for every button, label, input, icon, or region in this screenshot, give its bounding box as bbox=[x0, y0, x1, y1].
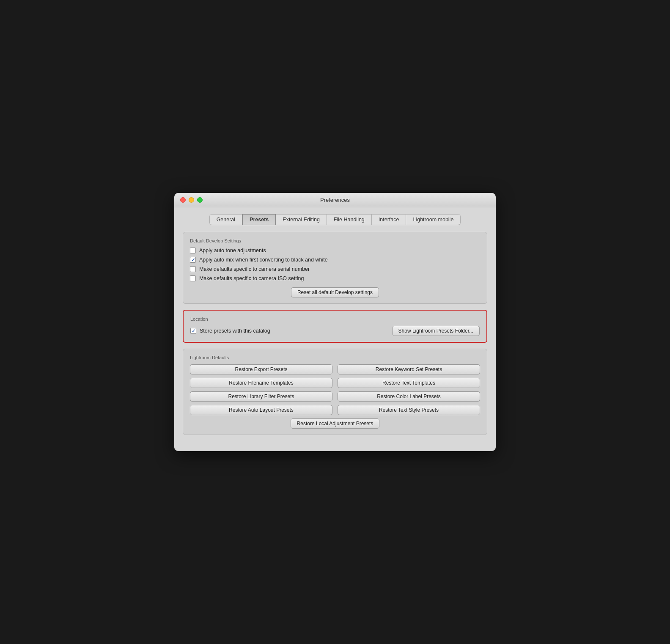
lightroom-defaults-section: Lightroom Defaults Restore Export Preset… bbox=[183, 349, 487, 435]
reset-develop-settings-button[interactable]: Reset all default Develop settings bbox=[291, 287, 379, 297]
auto-mix-checkbox[interactable] bbox=[190, 257, 196, 263]
tab-bar: General Presets External Editing File Ha… bbox=[183, 214, 487, 225]
camera-iso-label: Make defaults specific to camera ISO set… bbox=[199, 275, 304, 281]
preferences-window: Preferences General Presets External Edi… bbox=[174, 193, 496, 451]
restore-text-style-presets-button[interactable]: Restore Text Style Presets bbox=[338, 405, 480, 415]
reset-row: Reset all default Develop settings bbox=[190, 287, 480, 297]
store-presets-left: Store presets with this catalog bbox=[190, 328, 270, 334]
restore-library-filter-presets-button[interactable]: Restore Library Filter Presets bbox=[190, 391, 332, 402]
auto-tone-row: Apply auto tone adjustments bbox=[190, 248, 480, 253]
restore-text-templates-button[interactable]: Restore Text Templates bbox=[338, 378, 480, 388]
tab-lightroom-mobile[interactable]: Lightroom mobile bbox=[406, 214, 461, 225]
restore-export-presets-button[interactable]: Restore Export Presets bbox=[190, 364, 332, 374]
camera-serial-row: Make defaults specific to camera serial … bbox=[190, 266, 480, 272]
defaults-center-row: Restore Local Adjustment Presets bbox=[190, 418, 480, 429]
traffic-lights bbox=[180, 197, 203, 203]
auto-mix-label: Apply auto mix when first converting to … bbox=[199, 257, 328, 263]
default-develop-settings-label: Default Develop Settings bbox=[190, 238, 480, 243]
restore-keyword-set-presets-button[interactable]: Restore Keyword Set Presets bbox=[338, 364, 480, 374]
location-section: Location Store presets with this catalog… bbox=[183, 310, 487, 343]
camera-serial-checkbox[interactable] bbox=[190, 266, 196, 272]
tab-external-editing[interactable]: External Editing bbox=[276, 214, 327, 225]
restore-color-label-presets-button[interactable]: Restore Color Label Presets bbox=[338, 391, 480, 402]
restore-filename-templates-button[interactable]: Restore Filename Templates bbox=[190, 378, 332, 388]
tab-interface[interactable]: Interface bbox=[372, 214, 406, 225]
minimize-button[interactable] bbox=[189, 197, 194, 203]
lightroom-defaults-label: Lightroom Defaults bbox=[190, 355, 480, 360]
close-button[interactable] bbox=[180, 197, 186, 203]
maximize-button[interactable] bbox=[197, 197, 203, 203]
store-presets-checkbox[interactable] bbox=[190, 328, 196, 334]
window-title: Preferences bbox=[320, 197, 350, 203]
auto-mix-row: Apply auto mix when first converting to … bbox=[190, 257, 480, 263]
default-develop-settings-section: Default Develop Settings Apply auto tone… bbox=[183, 232, 487, 304]
window-content: General Presets External Editing File Ha… bbox=[174, 207, 496, 451]
tab-general[interactable]: General bbox=[209, 214, 242, 225]
auto-tone-label: Apply auto tone adjustments bbox=[199, 248, 266, 253]
tab-presets[interactable]: Presets bbox=[242, 214, 276, 225]
store-presets-label: Store presets with this catalog bbox=[200, 328, 270, 334]
restore-local-adjustment-presets-button[interactable]: Restore Local Adjustment Presets bbox=[291, 418, 380, 429]
tab-file-handling[interactable]: File Handling bbox=[327, 214, 372, 225]
camera-iso-row: Make defaults specific to camera ISO set… bbox=[190, 275, 480, 281]
location-label: Location bbox=[190, 316, 480, 322]
title-bar: Preferences bbox=[174, 193, 496, 207]
auto-tone-checkbox[interactable] bbox=[190, 248, 196, 253]
restore-auto-layout-presets-button[interactable]: Restore Auto Layout Presets bbox=[190, 405, 332, 415]
defaults-button-grid: Restore Export Presets Restore Keyword S… bbox=[190, 364, 480, 415]
camera-serial-label: Make defaults specific to camera serial … bbox=[199, 266, 310, 272]
show-lightroom-folder-button[interactable]: Show Lightroom Presets Folder... bbox=[392, 326, 480, 336]
location-row: Store presets with this catalog Show Lig… bbox=[190, 326, 480, 336]
camera-iso-checkbox[interactable] bbox=[190, 275, 196, 281]
